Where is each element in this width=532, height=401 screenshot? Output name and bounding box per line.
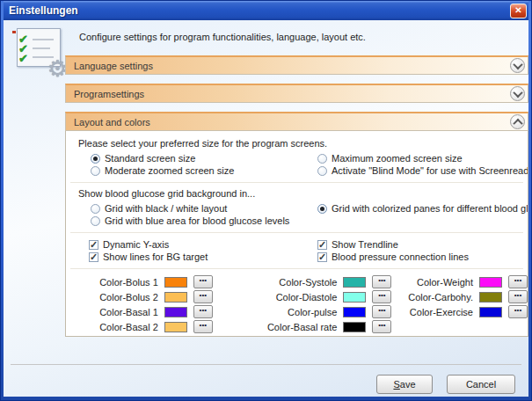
checkbox-icon — [89, 240, 98, 250]
color-picker-button[interactable] — [508, 305, 528, 318]
checkbox-label: Show Trendline — [332, 239, 398, 250]
color-picker-button[interactable] — [193, 305, 213, 318]
collapse-button[interactable] — [510, 114, 525, 129]
footer-divider — [11, 364, 521, 365]
color-swatch — [343, 322, 366, 332]
dialog-description: Configure settings for program functiona… — [79, 32, 516, 42]
checkbox-show-lines-bg-target[interactable]: Show lines for BG target — [89, 251, 317, 263]
panel-title: Layout and colors — [74, 117, 510, 128]
radio-label: Standard screen size — [105, 153, 195, 164]
radio-label: Grid with colorized panes for different … — [332, 203, 528, 214]
color-settings: Color-Bolus 1 Color-Bolus 2 Color-Basal — [66, 274, 528, 334]
color-label: Color-Basal rate — [213, 322, 338, 332]
close-icon — [514, 6, 521, 15]
color-picker-button[interactable] — [372, 320, 391, 333]
color-swatch — [164, 322, 187, 332]
color-label: Color-Basal 1 — [84, 307, 158, 317]
color-swatch — [343, 292, 366, 303]
color-picker-button[interactable] — [508, 290, 528, 303]
settings-checklist-icon — [15, 26, 66, 77]
color-picker-button[interactable] — [372, 290, 391, 303]
close-button[interactable] — [510, 4, 527, 18]
radio-icon — [91, 154, 100, 164]
expand-button[interactable] — [510, 58, 525, 73]
checkbox-blood-pressure-connection[interactable]: Blood pressure connection lines — [317, 251, 528, 263]
color-picker-button[interactable] — [508, 275, 528, 288]
screen-size-prompt: Please select your preferred size for th… — [78, 138, 528, 149]
checkbox-icon — [317, 252, 327, 262]
panel-header-layout-and-colors[interactable]: Layout and colors — [65, 112, 528, 131]
color-picker-button[interactable] — [193, 275, 213, 288]
panel-title: Programsettings — [74, 89, 510, 99]
checkbox-dynamic-y-axis[interactable]: Dynamic Y-axis — [89, 238, 317, 251]
color-swatch — [479, 292, 502, 303]
radio-icon — [317, 166, 327, 176]
radio-grid-blue-area[interactable]: Grid with blue area for blood glucose le… — [91, 215, 317, 227]
radio-label: Activate "Blind Mode" for use with Scree… — [332, 165, 528, 176]
checkbox-icon — [317, 240, 327, 250]
radio-icon — [91, 166, 100, 176]
radio-activate-blind-mode[interactable]: Activate "Blind Mode" for use with Scree… — [317, 164, 528, 177]
panel-programsettings: Programsettings — [65, 84, 528, 103]
dialog-body: Configure settings for program functiona… — [4, 20, 528, 397]
save-button[interactable]: Save — [376, 375, 433, 394]
chevron-down-icon — [513, 87, 522, 97]
section-divider — [70, 182, 523, 183]
radio-label: Maximum zoomed screen size — [332, 153, 463, 164]
footer-buttons: Save Cancel — [376, 375, 515, 394]
radio-icon — [317, 154, 327, 164]
chevron-down-icon — [513, 59, 522, 69]
radio-maximum-zoomed-screen-size[interactable]: Maximum zoomed screen size — [317, 152, 528, 164]
check-icon — [18, 53, 28, 64]
window-titlebar[interactable]: Einstellungen — [4, 1, 528, 20]
radio-standard-screen-size[interactable]: Standard screen size — [91, 152, 317, 164]
panel-header-language-settings[interactable]: Language settings — [65, 55, 528, 75]
save-button-label: Save — [393, 379, 415, 390]
checkbox-label: Show lines for BG target — [103, 252, 208, 262]
panel-language-settings: Language settings — [65, 55, 528, 75]
checkbox-show-trendline[interactable]: Show Trendline — [317, 238, 528, 251]
panel-layout-and-colors: Layout and colors Please select your pre… — [65, 112, 528, 337]
checkbox-label: Blood pressure connection lines — [332, 252, 469, 262]
color-label: Color-Basal 2 — [84, 322, 158, 332]
checkbox-label: Dynamic Y-axis — [103, 239, 169, 250]
color-label: Color-Bolus 1 — [84, 277, 158, 288]
screen-size-options: Standard screen size Moderate zoomed scr… — [66, 152, 528, 177]
color-row-exercise: Color-Exercise — [391, 304, 528, 319]
color-label: Color-Exercise — [391, 307, 473, 317]
color-row-pulse: Color-pulse — [213, 304, 392, 319]
color-picker-button[interactable] — [193, 320, 213, 333]
color-label: Color-pulse — [213, 307, 338, 317]
color-label: Color-Diastole — [213, 292, 338, 303]
checkbox-icon — [89, 252, 98, 262]
color-swatch — [343, 307, 366, 317]
color-row-basal-2: Color-Basal 2 — [84, 319, 213, 334]
radio-grid-black-white[interactable]: Grid with black / white layout — [91, 202, 317, 215]
color-swatch — [479, 277, 502, 288]
panel-title: Language settings — [74, 61, 510, 71]
color-swatch — [164, 292, 187, 303]
window-title: Einstellungen — [9, 4, 510, 17]
color-row-carbohydrates: Color-Carbohy. — [391, 289, 528, 304]
radio-label: Moderate zoomed screen size — [105, 165, 234, 176]
panel-header-programsettings[interactable]: Programsettings — [65, 84, 528, 103]
color-label: Color-Systole — [213, 277, 338, 288]
radio-grid-colorized-panes[interactable]: Grid with colorized panes for different … — [317, 202, 528, 215]
color-row-bolus-2: Color-Bolus 2 — [84, 289, 213, 304]
radio-moderate-zoomed-screen-size[interactable]: Moderate zoomed screen size — [91, 164, 317, 177]
color-row-basal-1: Color-Basal 1 — [84, 304, 213, 319]
section-divider — [70, 232, 523, 233]
cancel-button[interactable]: Cancel — [447, 375, 515, 394]
color-picker-button[interactable] — [193, 290, 213, 303]
color-picker-button[interactable] — [372, 275, 391, 288]
layout-and-colors-content: Please select your preferred size for th… — [65, 131, 528, 337]
expand-button[interactable] — [510, 86, 525, 101]
chevron-up-icon — [513, 118, 522, 128]
panel-list: Language settings Programsettings — [65, 55, 528, 346]
color-swatch — [479, 307, 502, 317]
color-row-basal-rate: Color-Basal rate — [213, 319, 392, 334]
color-label: Color-Carbohy. — [391, 292, 473, 303]
radio-label: Grid with blue area for blood glucose le… — [105, 215, 289, 226]
color-picker-button[interactable] — [372, 305, 391, 318]
section-divider — [70, 268, 523, 269]
